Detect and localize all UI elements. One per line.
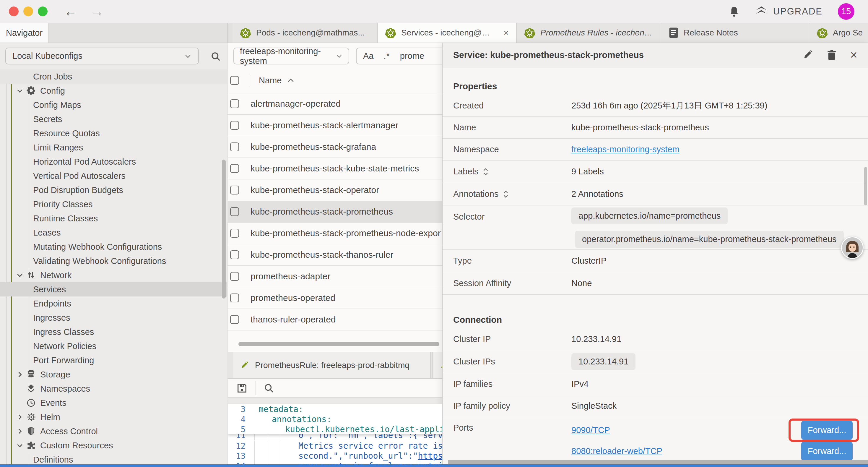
chevron-down-icon[interactable] [16, 271, 27, 279]
close-tab-icon[interactable]: × [503, 28, 509, 38]
chevron-down-icon[interactable] [16, 87, 27, 95]
row-checkbox[interactable] [230, 272, 239, 281]
table-row[interactable]: kube-prometheus-stack-operator [228, 179, 442, 201]
save-icon[interactable] [236, 382, 248, 394]
namespace-select[interactable]: freeleaps-monitoring-system [234, 48, 349, 64]
sidebar-item-leases[interactable]: Leases [0, 226, 227, 240]
table-row[interactable]: prometheus-adapter [228, 266, 442, 287]
edit-icon[interactable] [803, 50, 813, 60]
sidebar-item-limit-ranges[interactable]: Limit Ranges [0, 140, 227, 154]
column-header-name[interactable]: Name [259, 76, 282, 85]
row-checkbox[interactable] [230, 293, 239, 302]
assistant-avatar[interactable] [841, 236, 864, 259]
list-horizontal-scrollbar-thumb[interactable] [239, 342, 439, 346]
row-checkbox[interactable] [230, 315, 239, 324]
sidebar-item-custom-resources[interactable]: Custom Resources [0, 438, 227, 453]
forward-button[interactable]: Forward... [801, 442, 852, 461]
delete-icon[interactable] [827, 50, 836, 60]
namespace-link[interactable]: freeleaps-monitoring-system [571, 145, 680, 154]
row-checkbox[interactable] [230, 250, 239, 259]
window-tab-2[interactable]: Prometheus Rules - icecheng... [517, 23, 661, 42]
close-icon[interactable]: × [850, 49, 857, 61]
window-tab-1[interactable]: Services - icecheng@math...× [378, 23, 517, 42]
sidebar-item-secrets[interactable]: Secrets [0, 112, 227, 126]
kubeconfig-select[interactable]: Local Kubeconfigs [5, 48, 199, 64]
window-tab-0[interactable]: Pods - icecheng@mathmas... [232, 23, 378, 42]
notifications-bell-icon[interactable] [729, 6, 740, 17]
table-row[interactable]: alertmanager-operated [228, 93, 442, 115]
sidebar-item-endpoints[interactable]: Endpoints [0, 296, 227, 311]
table-row[interactable]: kube-prometheus-stack-thanos-ruler [228, 244, 442, 266]
sidebar-search-icon[interactable] [210, 51, 221, 62]
sidebar-item-network[interactable]: Network [0, 268, 227, 282]
editor-tab-0[interactable]: PrometheusRule: freeleaps-prod-rabbitmq [233, 352, 431, 378]
table-row[interactable]: prometheus-operated [228, 287, 442, 309]
match-case-toggle[interactable]: Aa [363, 51, 373, 61]
detail-scrollbar-thumb[interactable] [864, 167, 867, 205]
sidebar-item-access-control[interactable]: Access Control [0, 424, 227, 438]
history-forward-icon[interactable]: → [91, 4, 104, 19]
sidebar-item-helm[interactable]: Helm [0, 410, 227, 424]
zoom-window-button[interactable] [38, 6, 48, 16]
sort-updown-icon[interactable] [483, 168, 489, 176]
history-back-icon[interactable]: ← [64, 4, 77, 19]
row-checkbox[interactable] [230, 185, 239, 195]
sidebar-item-pod-disruption-budgets[interactable]: Pod Disruption Budgets [0, 183, 227, 197]
select-all-checkbox[interactable] [230, 76, 239, 85]
sidebar-item-ingresses[interactable]: Ingresses [0, 311, 227, 325]
sidebar-item-runtime-classes[interactable]: Runtime Classes [0, 211, 227, 226]
table-row[interactable]: kube-prometheus-stack-alertmanager [228, 115, 442, 136]
chevron-right-icon[interactable] [16, 371, 27, 378]
filter-search-input[interactable]: Aa .* prome [356, 48, 442, 64]
upgrade-button[interactable]: UPGRADE [755, 5, 823, 18]
kubernetes-icon [817, 28, 828, 38]
sidebar-item-validating-webhook-configurations[interactable]: Validating Webhook Configurations [0, 254, 227, 268]
tab-navigator[interactable]: Navigator [0, 23, 49, 42]
service-name: prometheus-operated [251, 293, 335, 303]
chevron-down-icon[interactable] [16, 442, 27, 449]
table-row[interactable]: kube-prometheus-stack-prometheus-node-ex… [228, 223, 442, 244]
detail-horizontal-scrollbar-thumb[interactable] [448, 460, 868, 464]
port-link[interactable]: 9090/TCP [571, 425, 610, 435]
editor-search-icon[interactable] [264, 383, 274, 393]
table-row[interactable]: kube-prometheus-stack-grafana [228, 136, 442, 158]
sidebar-item-cron-jobs[interactable]: Cron Jobs [0, 69, 227, 84]
row-checkbox[interactable] [230, 229, 239, 238]
regex-toggle[interactable]: .* [383, 51, 390, 61]
row-checkbox[interactable] [230, 143, 239, 151]
sidebar-item-network-policies[interactable]: Network Policies [0, 339, 227, 353]
window-tab-3[interactable]: Release Notes [661, 23, 809, 42]
yaml-editor[interactable]: 3metadata:4annotations:5kubectl.kubernet… [228, 404, 442, 467]
row-checkbox[interactable] [230, 121, 239, 130]
window-tab-4[interactable]: Argo Se [809, 23, 868, 42]
sidebar-item-vertical-pod-autoscalers[interactable]: Vertical Pod Autoscalers [0, 169, 227, 183]
sidebar-item-ingress-classes[interactable]: Ingress Classes [0, 325, 227, 339]
sidebar-scrollbar-thumb[interactable] [222, 159, 226, 298]
sidebar-item-services[interactable]: Services [0, 282, 227, 296]
sidebar-item-resource-quotas[interactable]: Resource Quotas [0, 126, 227, 140]
sidebar-item-events[interactable]: Events [0, 396, 227, 410]
row-checkbox[interactable] [230, 99, 239, 108]
port-link[interactable]: 8080:reloader-web/TCP [571, 446, 662, 456]
sort-updown-icon[interactable] [502, 190, 509, 198]
sidebar-item-port-forwarding[interactable]: Port Forwarding [0, 353, 227, 368]
close-window-button[interactable] [9, 6, 19, 16]
minimize-window-button[interactable] [23, 6, 33, 16]
table-row[interactable]: kube-prometheus-stack-kube-state-metrics [228, 158, 442, 179]
sidebar-item-priority-classes[interactable]: Priority Classes [0, 197, 227, 211]
sidebar-item-storage[interactable]: Storage [0, 368, 227, 382]
editor-tab-1[interactable] [433, 352, 442, 378]
sidebar-item-mutating-webhook-configurations[interactable]: Mutating Webhook Configurations [0, 240, 227, 254]
chevron-right-icon[interactable] [16, 428, 27, 435]
sidebar-item-horizontal-pod-autoscalers[interactable]: Horizontal Pod Autoscalers [0, 154, 227, 169]
sidebar-item-config[interactable]: Config [0, 84, 227, 98]
profile-badge[interactable]: 15 [838, 3, 855, 20]
row-checkbox[interactable] [230, 164, 239, 173]
sidebar-item-namespaces[interactable]: Namespaces [0, 382, 227, 396]
sidebar-item-config-maps[interactable]: Config Maps [0, 98, 227, 112]
row-checkbox[interactable] [230, 207, 239, 216]
table-row[interactable]: thanos-ruler-operated [228, 309, 442, 330]
sort-asc-icon[interactable] [287, 78, 294, 83]
table-row[interactable]: kube-prometheus-stack-prometheus [228, 201, 442, 223]
chevron-right-icon[interactable] [16, 413, 27, 421]
